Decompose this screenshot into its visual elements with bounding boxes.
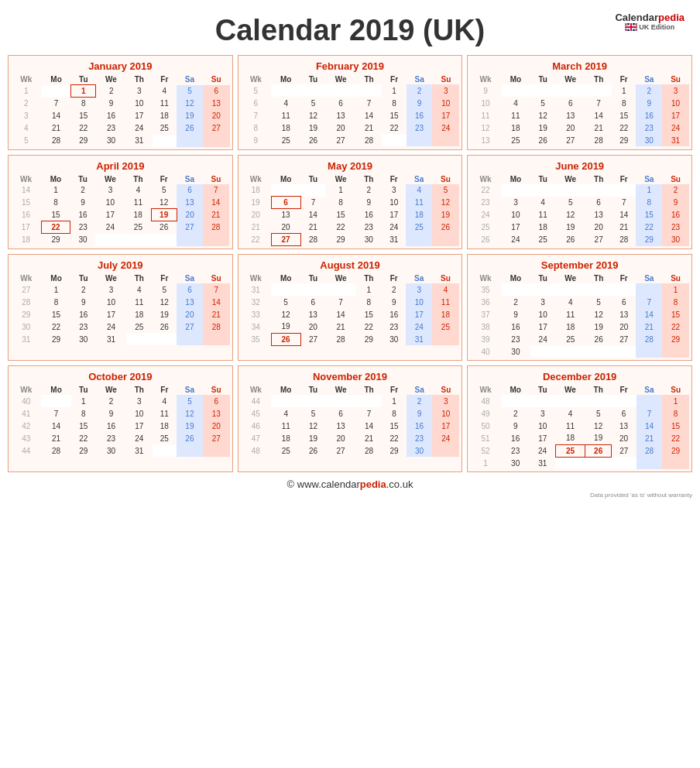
month-title-10: November 2019	[241, 369, 460, 385]
month-block-0: January 2019WkMoTuWeThFrSaSu112345627891…	[8, 55, 233, 150]
uk-flag-icon	[625, 23, 637, 31]
month-table-8: WkMoTuWeThFrSaSu351362345678379101112131…	[470, 273, 689, 358]
month-title-8: September 2019	[470, 257, 689, 273]
month-title-11: December 2019	[470, 369, 689, 385]
logo: Calendarpedia UK Edition	[615, 12, 685, 31]
month-title-5: June 2019	[470, 158, 689, 174]
month-title-0: January 2019	[11, 58, 230, 74]
month-block-7: August 2019WkMoTuWeThFrSaSu3112343256789…	[238, 254, 463, 361]
month-title-7: August 2019	[241, 257, 460, 273]
month-title-4: May 2019	[241, 158, 460, 174]
month-table-9: WkMoTuWeThFrSaSu401234564178910111213421…	[11, 385, 230, 457]
month-title-3: April 2019	[11, 158, 230, 174]
month-table-4: WkMoTuWeThFrSaSu181234519678910111220131…	[241, 174, 460, 247]
month-block-2: March 2019WkMoTuWeThFrSaSu91231045678910…	[467, 55, 692, 150]
month-block-3: April 2019WkMoTuWeThFrSaSu14123456715891…	[8, 155, 233, 250]
month-table-11: WkMoTuWeThFrSaSu481492345678509101112131…	[470, 385, 689, 469]
month-table-10: WkMoTuWeThFrSaSu441234545678910461112131…	[241, 385, 460, 457]
calendars-grid: January 2019WkMoTuWeThFrSaSu112345627891…	[8, 55, 692, 472]
month-block-8: September 2019WkMoTuWeThFrSaSu3513623456…	[467, 254, 692, 361]
month-block-5: June 2019WkMoTuWeThFrSaSu221223345678924…	[467, 155, 692, 250]
month-block-9: October 2019WkMoTuWeThFrSaSu401234564178…	[8, 365, 233, 472]
month-title-6: July 2019	[11, 257, 230, 273]
page-title: Calendar 2019 (UK) Calendarpedia UK Edit…	[8, 8, 692, 50]
month-table-7: WkMoTuWeThFrSaSu311234325678910113312131…	[241, 273, 460, 346]
month-table-3: WkMoTuWeThFrSaSu141234567158910111213141…	[11, 174, 230, 246]
month-block-4: May 2019WkMoTuWeThFrSaSu1812345196789101…	[238, 155, 463, 250]
month-title-9: October 2019	[11, 369, 230, 385]
month-table-2: WkMoTuWeThFrSaSu912310456789101111121314…	[470, 74, 689, 146]
svg-rect-8	[625, 26, 637, 28]
month-title-1: February 2019	[241, 58, 460, 74]
month-table-0: WkMoTuWeThFrSaSu112345627891011121331415…	[11, 74, 230, 147]
month-title-2: March 2019	[470, 58, 689, 74]
month-block-10: November 2019WkMoTuWeThFrSaSu44123454567…	[238, 365, 463, 472]
month-table-1: WkMoTuWeThFrSaSu512364567891071112131415…	[241, 74, 460, 146]
month-table-6: WkMoTuWeThFrSaSu271234567288910111213142…	[11, 273, 230, 345]
month-table-5: WkMoTuWeThFrSaSu221223345678924101112131…	[470, 174, 689, 246]
month-block-1: February 2019WkMoTuWeThFrSaSu51236456789…	[238, 55, 463, 150]
footer: © www.calendarpedia.co.uk	[8, 478, 692, 490]
footer-note: Data provided 'as is' without warranty	[8, 492, 692, 499]
month-block-6: July 2019WkMoTuWeThFrSaSu271234567288910…	[8, 254, 233, 361]
month-block-11: December 2019WkMoTuWeThFrSaSu48149234567…	[467, 365, 692, 472]
